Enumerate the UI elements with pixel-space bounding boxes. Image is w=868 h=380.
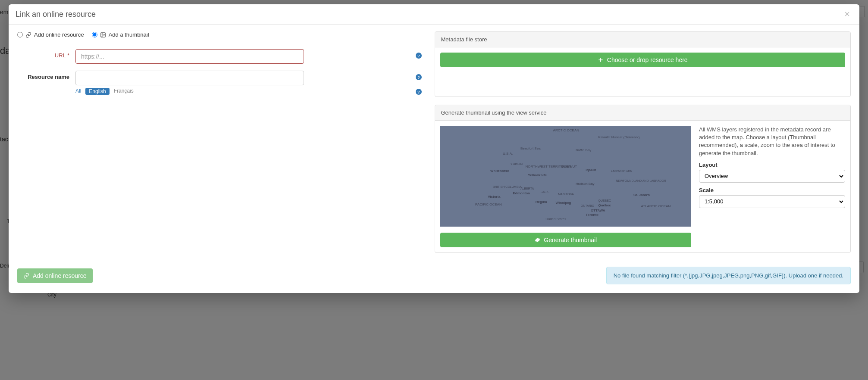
choose-drop-button[interactable]: Choose or drop resource here — [440, 53, 846, 67]
resource-name-row: Resource name All English Français ? ? — [17, 71, 422, 95]
add-online-resource-label: Add online resource — [33, 272, 87, 279]
modal-footer: Add online resource No file found matchi… — [9, 262, 859, 293]
url-row: URL * ? — [17, 49, 422, 64]
radio-add-thumbnail-label: Add a thumbnail — [109, 31, 149, 38]
layout-label: Layout — [699, 162, 845, 168]
plus-icon — [598, 57, 604, 63]
close-button[interactable]: × — [842, 9, 852, 19]
lang-all[interactable]: All — [75, 88, 81, 95]
language-selector: All English Français — [75, 88, 304, 95]
right-column: Metadata file store Choose or drop resou… — [435, 31, 851, 253]
generate-thumbnail-button[interactable]: Generate thumbnail — [440, 233, 691, 247]
link-icon — [25, 32, 31, 38]
scale-select[interactable]: 1:5,000 — [699, 195, 845, 208]
resource-type-radios: Add online resource Add a thumbnail — [17, 31, 422, 38]
help-icon[interactable]: ? — [416, 53, 422, 59]
lang-francais[interactable]: Français — [114, 88, 134, 95]
radio-add-online-input[interactable] — [17, 32, 23, 37]
svg-text:?: ? — [417, 90, 420, 94]
no-file-alert: No file found matching filter (*.{jpg,JP… — [606, 267, 851, 284]
url-input[interactable] — [75, 49, 304, 64]
choose-drop-label: Choose or drop resource here — [607, 56, 688, 63]
generate-thumbnail-header: Generate thumbnail using the view servic… — [435, 105, 851, 121]
image-icon — [100, 32, 106, 38]
add-online-resource-button[interactable]: Add online resource — [17, 268, 93, 283]
modal-header: Link an online resource × — [9, 4, 859, 25]
file-store-header: Metadata file store — [435, 32, 851, 47]
lang-english[interactable]: English — [85, 88, 109, 95]
radio-add-thumbnail-input[interactable] — [92, 32, 97, 37]
scale-label: Scale — [699, 187, 845, 193]
generate-thumbnail-panel: Generate thumbnail using the view servic… — [435, 105, 851, 253]
layout-select[interactable]: Overview — [699, 170, 845, 183]
help-icon[interactable]: ? — [416, 89, 422, 95]
file-store-panel: Metadata file store Choose or drop resou… — [435, 31, 851, 97]
radio-add-online[interactable]: Add online resource — [17, 31, 84, 38]
svg-text:?: ? — [417, 75, 420, 80]
svg-text:?: ? — [417, 53, 420, 58]
link-icon — [23, 273, 29, 279]
map-side-controls: All WMS layers registered in the metadat… — [699, 126, 845, 227]
map-overlay — [440, 126, 691, 227]
generate-thumbnail-label: Generate thumbnail — [544, 237, 597, 243]
radio-add-thumbnail[interactable]: Add a thumbnail — [92, 31, 149, 38]
resource-name-input[interactable] — [75, 71, 304, 85]
svg-point-1 — [102, 34, 103, 34]
modal-body: Add online resource Add a thumbnail URL … — [9, 25, 859, 262]
gen-description: All WMS layers registered in the metadat… — [699, 126, 845, 157]
map-layout-row: ARCTIC OCEAN Kalaallit Nunaat (Denmark) … — [440, 126, 846, 227]
resource-name-label: Resource name — [17, 71, 75, 80]
left-column: Add online resource Add a thumbnail URL … — [17, 31, 422, 253]
url-label: URL * — [17, 49, 75, 59]
gear-icon — [534, 237, 540, 243]
map-preview[interactable]: ARCTIC OCEAN Kalaallit Nunaat (Denmark) … — [440, 126, 691, 227]
radio-add-online-label: Add online resource — [34, 31, 84, 38]
modal-title: Link an online resource — [16, 10, 96, 19]
help-icon[interactable]: ? — [416, 74, 422, 80]
link-resource-modal: Link an online resource × Add online res… — [9, 4, 859, 293]
